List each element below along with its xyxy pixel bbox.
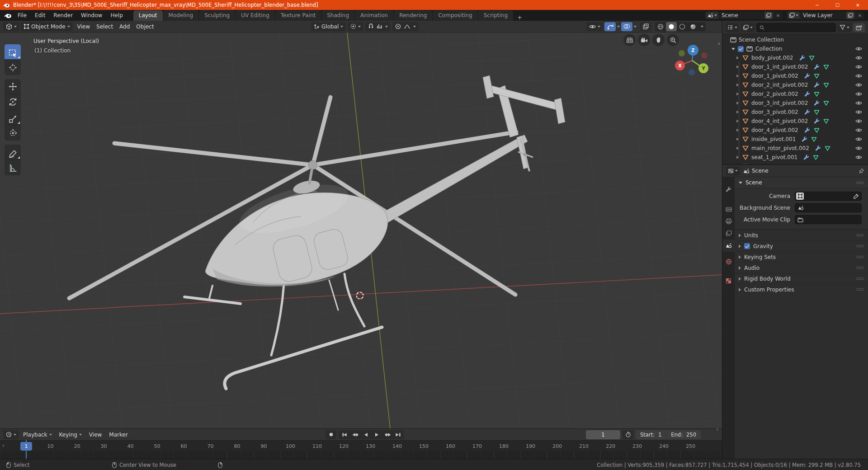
tab-scene[interactable] [722,240,735,252]
blender-app-menu-button[interactable] [2,11,14,20]
panel-drag-grip[interactable] [856,288,864,291]
viewport-menu-item[interactable]: Object [133,24,157,30]
scale-tool[interactable] [5,110,21,125]
outliner-search-box[interactable] [756,23,836,32]
gravity-panel-header[interactable]: Gravity [735,240,868,251]
current-frame-indicator[interactable]: 1 [20,442,32,451]
outliner-object-row[interactable]: door_3_pivot.002 [722,108,868,117]
panel-drag-grip[interactable] [856,181,864,184]
tab-world[interactable] [722,255,735,268]
modifier-wrench-icon[interactable] [814,82,820,88]
camera-view-button[interactable] [638,34,650,46]
panel-drag-grip[interactable] [856,266,864,269]
mesh-data-icon[interactable] [813,155,819,160]
jump-to-start-button[interactable] [339,430,349,439]
workspace-tab[interactable]: Compositing [433,10,477,21]
expand-triangle-icon[interactable] [736,156,738,159]
outliner-object-row[interactable]: main_rotor_pivot.002 [722,144,868,153]
object-name[interactable]: door_4_int_pivot.002 [750,118,810,124]
snap-magnet-icon[interactable] [368,24,374,29]
expand-triangle-icon[interactable] [736,111,738,114]
expand-triangle-icon[interactable] [736,84,738,87]
mesh-data-icon[interactable] [811,137,817,142]
modifier-wrench-icon[interactable] [803,155,809,160]
toggle-perspective-button[interactable] [623,34,636,46]
partial-object-row[interactable] [722,162,868,164]
scene-selector-icon-chip[interactable] [706,12,718,19]
hide-eye-icon[interactable] [855,83,862,87]
camera-input[interactable] [795,192,862,201]
view-layer-selector[interactable]: View Layer ✕ [786,11,865,20]
collection-label[interactable]: Collection [755,46,782,52]
shading-material-button[interactable] [677,22,688,31]
jump-to-end-button[interactable] [393,430,404,439]
scene-name[interactable]: Scene [720,12,763,19]
view-layer-icon-chip[interactable] [788,12,800,19]
keying-sets-panel-header[interactable]: Keying Sets [735,251,868,262]
mesh-data-icon[interactable] [814,74,820,79]
viewport-menu-item[interactable]: Add [116,24,133,30]
scene-selector[interactable]: Scene ✕ [704,11,783,20]
tab-render[interactable] [722,203,735,215]
outliner-object-row[interactable]: door_1_pivot.002 [722,71,868,80]
rigid-body-world-panel-header[interactable]: Rigid Body World [735,273,868,284]
outliner-object-row[interactable]: door_3_int_pivot.002 [722,99,868,108]
mesh-data-icon[interactable] [809,56,815,61]
workspace-tab[interactable]: Texture Paint [275,10,321,21]
mesh-data-icon[interactable] [814,92,820,97]
mesh-data-icon[interactable] [825,146,830,151]
collection-checkbox[interactable] [738,46,744,52]
prev-keyframe-button[interactable] [349,430,360,439]
object-name[interactable]: door_3_int_pivot.002 [750,100,810,106]
outliner-object-row[interactable]: door_4_pivot.002 [722,126,868,135]
menu-item[interactable]: Render [49,10,77,21]
expand-triangle-icon[interactable] [736,138,738,141]
hide-eye-icon[interactable] [855,101,862,105]
modifier-wrench-icon[interactable] [804,127,810,133]
outliner-object-row[interactable]: door_2_int_pivot.002 [722,80,868,89]
outliner-editor-type-button[interactable] [726,23,739,32]
editor-type-button[interactable] [3,22,19,31]
object-name[interactable]: door_2_pivot.002 [750,91,801,97]
modifier-wrench-icon[interactable] [814,118,820,124]
scene-collection-row[interactable]: Scene Collection [722,35,868,44]
object-name[interactable]: seat_1_pivot.001 [750,154,800,160]
sidebar-collapse-arrow[interactable]: ‹ [717,40,720,47]
object-name[interactable]: door_4_pivot.002 [750,127,801,133]
object-name[interactable]: body_pivot.002 [750,55,796,61]
end-frame-field[interactable]: End:250 [666,430,701,439]
play-button[interactable] [371,430,382,439]
collapse-triangle-icon[interactable] [731,48,735,50]
new-collection-button[interactable] [853,23,865,32]
workspace-tab[interactable]: Shading [321,10,354,21]
pivot-point-dropdown[interactable] [348,22,363,31]
hide-eye-icon[interactable] [855,146,862,150]
mesh-data-icon[interactable] [814,128,820,133]
mode-dropdown[interactable]: Object Mode [21,22,73,31]
modifier-wrench-icon[interactable] [799,55,805,61]
workspace-tab[interactable]: Rendering [394,10,432,21]
object-name[interactable]: main_rotor_pivot.002 [750,145,811,151]
hide-eye-icon[interactable] [855,137,862,141]
snap-to-icon[interactable] [377,24,382,29]
mesh-data-icon[interactable] [823,101,829,106]
new-view-layer-button[interactable] [846,12,854,19]
outliner-search-input[interactable] [766,24,833,31]
outliner-object-row[interactable]: seat_1_pivot.001 [722,153,868,162]
workspace-tab[interactable]: Scripting [478,10,513,21]
next-keyframe-button[interactable] [382,430,393,439]
annotate-tool[interactable] [5,145,21,160]
xray-toggle[interactable] [640,22,651,31]
viewport-menu-item[interactable]: View [74,24,93,30]
menu-item[interactable]: Edit [31,10,49,21]
timeline-editor-type-button[interactable] [3,430,19,439]
units-panel-header[interactable]: Units [735,230,868,240]
start-frame-field[interactable]: Start:1 [636,430,666,439]
panel-drag-grip[interactable] [856,244,864,248]
overlays-toggle[interactable] [621,22,632,31]
workspace-tab[interactable]: UV Editing [236,10,275,21]
object-name[interactable]: door_2_int_pivot.002 [750,82,810,88]
hide-eye-icon[interactable] [855,92,862,96]
view-menu[interactable]: View [86,432,105,438]
modifier-wrench-icon[interactable] [815,146,821,151]
